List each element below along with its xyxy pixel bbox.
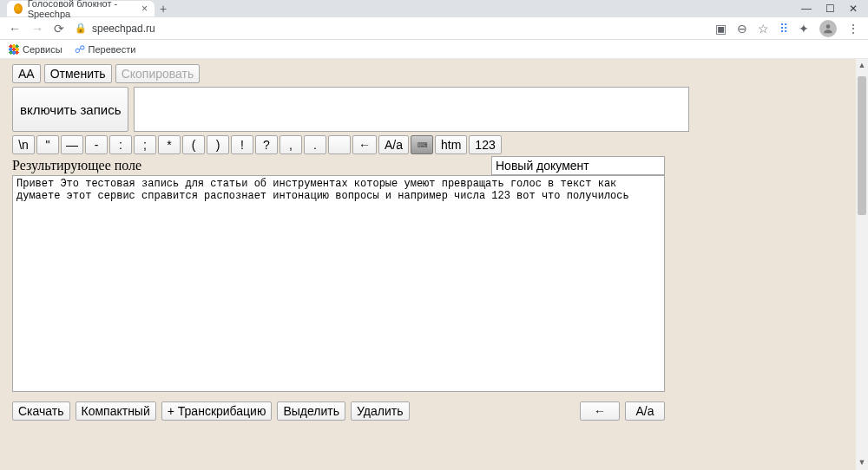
browser-tab[interactable]: Голосовой блокнот - Speechpa ×: [7, 1, 155, 16]
keyboard-icon[interactable]: ⌨: [411, 135, 433, 154]
cast-icon[interactable]: ▣: [715, 22, 727, 36]
select-button[interactable]: Выделить: [277, 401, 345, 421]
menu-icon[interactable]: ⋮: [847, 22, 859, 36]
result-textarea[interactable]: [12, 175, 665, 392]
symbol-asterisk[interactable]: *: [158, 135, 181, 154]
address-bar: ← → ⟳ 🔒 speechpad.ru ▣ ⊖ ☆ ⠿ ✦ ⋮: [0, 17, 868, 40]
bottom-back-button[interactable]: ←: [580, 401, 620, 421]
symbol-semicolon[interactable]: ;: [134, 135, 156, 154]
compact-button[interactable]: Компактный: [76, 401, 156, 421]
document-name-input[interactable]: [491, 156, 665, 175]
case-toggle-button[interactable]: A/a: [378, 135, 409, 154]
backspace-button[interactable]: ←: [352, 135, 377, 154]
scroll-up-icon[interactable]: ▲: [858, 61, 866, 71]
zoom-icon[interactable]: ⊖: [737, 22, 747, 36]
tab-favicon: [14, 3, 23, 14]
bottom-case-button[interactable]: A/a: [625, 401, 665, 421]
close-window-icon[interactable]: ✕: [849, 3, 858, 15]
forward-icon: →: [31, 22, 43, 36]
symbol-question[interactable]: ?: [255, 135, 278, 154]
symbol-toolbar: \n " — - : ; * ( ) ! ? , . ← A/a ⌨ htm 1…: [12, 135, 856, 154]
page-scrollbar[interactable]: ▲ ▼: [856, 59, 868, 470]
interim-textarea[interactable]: [134, 87, 689, 132]
symbol-emdash[interactable]: —: [61, 135, 83, 154]
window-controls: — ☐ ✕: [801, 3, 861, 15]
profile-avatar[interactable]: [819, 20, 837, 37]
translate-icon[interactable]: ⠿: [779, 22, 788, 36]
browser-tab-strip: Голосовой блокнот - Speechpa × + — ☐ ✕: [0, 0, 868, 17]
new-tab-button[interactable]: +: [155, 1, 172, 16]
symbol-period[interactable]: .: [304, 135, 326, 154]
htm-button[interactable]: htm: [435, 135, 467, 154]
scroll-thumb[interactable]: [858, 76, 866, 215]
apps-bookmark[interactable]: Сервисы: [9, 44, 62, 55]
symbol-quote[interactable]: ": [36, 135, 59, 154]
download-button[interactable]: Скачать: [12, 401, 70, 421]
apps-icon: [9, 44, 19, 55]
copy-button[interactable]: Скопировать: [115, 64, 201, 83]
symbol-dash[interactable]: -: [85, 135, 108, 154]
maximize-icon[interactable]: ☐: [825, 3, 835, 15]
symbol-newline[interactable]: \n: [12, 135, 35, 154]
star-icon[interactable]: ☆: [758, 22, 769, 36]
extensions-icon[interactable]: ✦: [799, 22, 809, 36]
back-icon[interactable]: ←: [9, 22, 21, 36]
reload-icon[interactable]: ⟳: [54, 22, 64, 36]
minimize-icon[interactable]: —: [801, 3, 812, 15]
tab-title: Голосовой блокнот - Speechpa: [28, 0, 136, 19]
close-tab-icon[interactable]: ×: [141, 3, 148, 15]
symbol-paren-close[interactable]: ): [207, 135, 229, 154]
page-content: AA Отменить Скопировать включить запись …: [0, 59, 868, 470]
result-field-label: Результирующее поле: [12, 158, 141, 173]
delete-button[interactable]: Удалить: [351, 401, 409, 421]
font-size-button[interactable]: AA: [12, 64, 41, 83]
symbol-colon[interactable]: :: [109, 135, 132, 154]
symbol-exclaim[interactable]: !: [231, 135, 253, 154]
num-button[interactable]: 123: [469, 135, 501, 154]
record-button[interactable]: включить запись: [12, 87, 128, 132]
bookmarks-bar: Сервисы ☍ Перевести: [0, 40, 868, 59]
symbol-paren-open[interactable]: (: [182, 135, 205, 154]
undo-button[interactable]: Отменить: [44, 64, 112, 83]
translate-bookmark[interactable]: ☍ Перевести: [75, 43, 136, 55]
url-display[interactable]: 🔒 speechpad.ru: [75, 23, 155, 35]
transcribe-button[interactable]: + Транскрибацию: [161, 401, 273, 421]
scroll-down-icon[interactable]: ▼: [858, 458, 866, 468]
lock-icon: 🔒: [75, 23, 87, 34]
url-text: speechpad.ru: [92, 23, 155, 35]
bottom-toolbar: Скачать Компактный + Транскрибацию Выдел…: [12, 401, 665, 421]
symbol-comma[interactable]: ,: [279, 135, 302, 154]
translate-bookmark-icon: ☍: [75, 43, 85, 55]
symbol-blank[interactable]: [328, 135, 351, 154]
svg-point-0: [826, 24, 831, 29]
